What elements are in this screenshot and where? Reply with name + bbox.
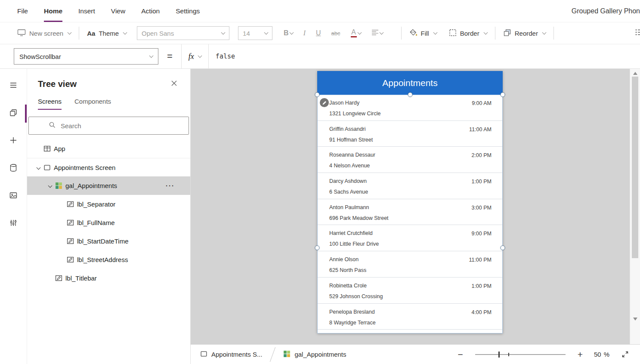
selection-handle[interactable]	[501, 246, 505, 250]
italic-label: I	[303, 29, 306, 37]
tree-item[interactable]: lbl_StartDateTime	[27, 232, 190, 250]
left-rail	[0, 69, 27, 364]
selection-handle[interactable]	[315, 93, 320, 97]
tree-item[interactable]: lbl_StreetAddress	[27, 250, 190, 269]
scroll-up-icon[interactable]	[633, 72, 637, 75]
tree-item[interactable]: Appointments Screen	[27, 158, 190, 176]
status-bar: Appointments S... gal_Appointments − + 5…	[191, 344, 640, 364]
strikethrough-label: abc	[331, 30, 340, 37]
appointment-time: 1:00 PM	[471, 283, 492, 289]
tree-item[interactable]: lbl_FullName	[27, 213, 190, 232]
bold-button[interactable]: B	[284, 29, 293, 37]
search-icon	[49, 121, 56, 130]
close-icon[interactable]	[171, 80, 177, 88]
menu-item[interactable]: View	[111, 0, 125, 22]
menu-item-label: Insert	[78, 7, 95, 15]
gallery-row[interactable]: Griffin Assandri 91 Hoffman Street 11:00…	[317, 121, 503, 147]
gallery-row[interactable]: Darcy Ashdown 6 Sachs Avenue 1:00 PM	[317, 173, 503, 199]
scrollbar-thumb[interactable]	[632, 77, 638, 258]
search-box	[28, 117, 189, 135]
tree-view-tab[interactable]: Components	[74, 98, 111, 110]
gallery-row[interactable]: Anton Paulmann 696 Park Meadow Street 3:…	[317, 199, 503, 225]
selection-handle[interactable]	[315, 246, 320, 250]
chevron-down-icon[interactable]	[45, 184, 55, 187]
font-size-select[interactable]: 14	[238, 26, 272, 40]
font-color-button[interactable]: A	[351, 29, 361, 37]
advanced-tools-rail-button[interactable]	[0, 210, 27, 238]
tree-item[interactable]: lbl_Titlebar	[27, 269, 190, 287]
hamburger-menu-button[interactable]	[0, 72, 27, 100]
alignment-button[interactable]	[371, 29, 383, 37]
canvas-scrollbar[interactable]	[630, 69, 640, 344]
gallery-row[interactable]: Robinetta Crole 529 Johnson Crossing 1:0…	[317, 278, 503, 304]
menu-item[interactable]: Home	[44, 0, 62, 22]
fill-button[interactable]: Fill	[409, 29, 437, 38]
search-input[interactable]	[61, 122, 155, 130]
tree-item-label: lbl_StreetAddress	[77, 256, 128, 263]
media-rail-button[interactable]	[0, 182, 27, 210]
gallery-row[interactable]: Roseanna Dessaur 4 Nelson Avenue 2:00 PM	[317, 147, 503, 173]
chevron-down-icon[interactable]	[34, 166, 43, 169]
tab-label: Components	[74, 98, 111, 105]
label-icon	[66, 256, 74, 264]
fx-icon: fx	[189, 52, 194, 61]
more-options-icon[interactable]: ···	[166, 182, 175, 189]
appointment-name: Harriet Crutchfield	[329, 230, 373, 236]
edit-pencil-icon[interactable]	[320, 98, 329, 107]
appointment-address: 625 North Pass	[329, 267, 366, 273]
tree-list: App Appointments Screen gal_Appointments…	[27, 139, 190, 287]
chevron-down-icon	[149, 54, 154, 58]
insert-rail-button[interactable]	[0, 127, 27, 155]
fx-button[interactable]: fx	[181, 44, 209, 68]
toolbar-divider	[495, 27, 495, 40]
underline-label: U	[316, 29, 321, 37]
breadcrumb-control[interactable]: gal_Appointments	[283, 350, 346, 359]
new-screen-button[interactable]: New screen	[17, 29, 71, 38]
chevron-down-icon	[289, 31, 294, 35]
data-rail-button[interactable]	[0, 155, 27, 182]
reorder-button[interactable]: Reorder	[503, 29, 546, 38]
bullet-list-icon[interactable]	[635, 29, 640, 37]
menubar-items: File Home Insert View Action Settings	[17, 0, 216, 22]
appointment-name: Annie Olson	[329, 256, 359, 262]
titlebar-label[interactable]: Appointments	[317, 71, 503, 95]
border-button[interactable]: Border	[449, 29, 487, 38]
menu-item[interactable]: Settings	[176, 0, 200, 22]
menu-item[interactable]: File	[17, 0, 28, 22]
zoom-out-button[interactable]: −	[458, 350, 463, 359]
tree-item[interactable]: gal_Appointments ···	[27, 176, 190, 195]
gallery-row[interactable]: Annie Olson 625 North Pass 11:00 PM	[317, 251, 503, 278]
tree-view-rail-button[interactable]	[0, 100, 27, 127]
zoom-in-button[interactable]: +	[578, 350, 583, 359]
selection-handle[interactable]	[408, 93, 412, 97]
tree-item-label: lbl_Titlebar	[65, 275, 97, 282]
tree-view-tab[interactable]: Screens	[38, 98, 62, 110]
breadcrumb-screen[interactable]: Appointments S...	[200, 350, 262, 359]
menu-item[interactable]: Insert	[78, 0, 95, 22]
tree-item[interactable]: App	[27, 139, 190, 158]
property-select[interactable]: ShowScrollbar	[14, 48, 158, 65]
zoom-slider[interactable]	[475, 352, 566, 358]
theme-button[interactable]: Aa Theme	[87, 30, 127, 37]
underline-button[interactable]: U	[316, 29, 321, 37]
appointment-address: 100 Little Fleur Drive	[329, 241, 379, 247]
chevron-down-icon	[198, 54, 202, 58]
label-icon	[66, 238, 74, 245]
screen-icon	[200, 350, 207, 359]
chevron-down-icon	[264, 31, 269, 35]
scroll-down-icon[interactable]	[633, 318, 637, 321]
gallery-row[interactable]: Jason Hardy 1321 Longview Circle 9:00 AM	[317, 95, 503, 121]
fullscreen-button[interactable]	[621, 351, 629, 358]
zoom-slider-handle[interactable]	[498, 352, 500, 358]
gallery-row[interactable]: Harriet Crutchfield 100 Little Fleur Dri…	[317, 225, 503, 251]
gallery-row[interactable]: Penelopa Bresland 8 Wayridge Terrace 4:0…	[317, 304, 503, 330]
screen-preview[interactable]: Appointments Jason Hardy 1321 Longview C…	[317, 71, 503, 333]
font-family-select[interactable]: Open Sans	[137, 26, 229, 40]
strikethrough-button[interactable]: abc	[331, 30, 340, 37]
menu-item[interactable]: Action	[141, 0, 160, 22]
formula-input[interactable]: false	[216, 52, 235, 60]
italic-button[interactable]: I	[303, 29, 306, 37]
tree-item[interactable]: lbl_Separator	[27, 195, 190, 213]
appointment-name: Penelopa Bresland	[329, 309, 375, 315]
selection-handle[interactable]	[501, 93, 505, 97]
